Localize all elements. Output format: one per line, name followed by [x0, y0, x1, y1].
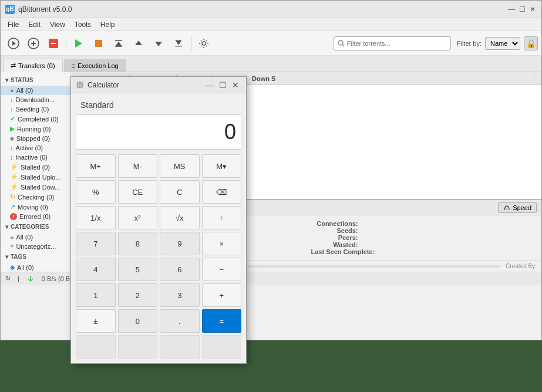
minimize-button[interactable]: —: [507, 5, 516, 13]
calc-btn-percent[interactable]: %: [76, 180, 116, 204]
calc-btn-ms[interactable]: MS: [160, 154, 200, 178]
seeding-label: Seeding (0): [16, 106, 49, 113]
menu-file[interactable]: File: [3, 19, 23, 30]
active-icon: ↕: [10, 144, 14, 151]
menu-edit[interactable]: Edit: [23, 19, 45, 30]
sidebar-item-checking[interactable]: ↻ Checking (0): [1, 192, 70, 202]
sidebar-item-uncategorized[interactable]: ≡ Uncategoriz...: [1, 242, 70, 251]
sidebar-item-stopped[interactable]: ■ Stopped (0): [1, 134, 70, 143]
calc-btn-8[interactable]: 8: [118, 232, 158, 255]
status-section-label: STATUS: [11, 77, 33, 83]
tab-execution-log[interactable]: ≡ Execution Log: [64, 59, 126, 72]
col-down[interactable]: Down S: [247, 74, 534, 83]
calc-btn-1[interactable]: 1: [76, 283, 116, 307]
calc-btn-decimal[interactable]: .: [160, 309, 200, 333]
calc-btn-4[interactable]: 4: [76, 258, 116, 281]
uncategorized-icon: ≡: [10, 243, 14, 250]
settings-button[interactable]: [194, 34, 213, 53]
calc-btn-mminus[interactable]: M-: [118, 154, 158, 178]
start-button[interactable]: [69, 34, 88, 53]
calc-btn-9[interactable]: 9: [160, 232, 200, 255]
delete-button[interactable]: [44, 34, 63, 53]
stalled-upload-icon: ⚡: [10, 173, 18, 181]
add-torrent-button[interactable]: [24, 34, 43, 53]
sidebar-item-tags-all[interactable]: ◆ All (0): [1, 262, 70, 272]
calc-btn-backspace[interactable]: ⌫: [202, 180, 242, 204]
uncategorized-label: Uncategoriz...: [16, 243, 56, 250]
calc-btn-sqrt[interactable]: √x: [160, 206, 200, 229]
sidebar-item-errored[interactable]: ! Errored (0): [1, 212, 70, 221]
info-group-right: Connections: Seeds: Peers: Wasted:: [311, 220, 537, 255]
sidebar-item-downloading[interactable]: ↓ Downloadin...: [1, 95, 70, 104]
app-title: qBittorrent v5.0.0: [18, 5, 507, 13]
tab-transfers[interactable]: ⇄ Transfers (0): [3, 59, 63, 72]
calc-btn-3[interactable]: 3: [160, 283, 200, 307]
calc-btn-5[interactable]: 5: [118, 258, 158, 281]
calc-minimize-button[interactable]: —: [204, 79, 216, 91]
calc-window-controls: — ☐ ✕: [204, 79, 241, 91]
calc-btn-7[interactable]: 7: [76, 232, 116, 255]
sidebar-section-status[interactable]: ▾ STATUS: [1, 75, 70, 86]
title-bar: qB qBittorrent v5.0.0 — ☐ ✕: [1, 1, 541, 18]
calc-btn-ce[interactable]: CE: [118, 180, 158, 204]
svg-rect-4: [95, 40, 102, 47]
sidebar-item-stalled[interactable]: ⚡ Stalled (0): [1, 162, 70, 172]
menu-view[interactable]: View: [45, 19, 70, 30]
sidebar-item-cat-all[interactable]: ≡ All (0): [1, 232, 70, 242]
search-input[interactable]: [347, 40, 435, 47]
move-bottom-button[interactable]: [169, 34, 188, 53]
speed-icon: [503, 204, 510, 211]
wasted-label: Wasted:: [311, 241, 358, 248]
move-down-button[interactable]: [149, 34, 168, 53]
wasted-row: Wasted:: [311, 241, 537, 248]
sidebar-item-active[interactable]: ↕ Active (0): [1, 143, 70, 153]
calc-btn-divide[interactable]: ÷: [202, 206, 242, 229]
calc-btn-multiply[interactable]: ×: [202, 232, 242, 255]
calc-btn-clear[interactable]: C: [160, 180, 200, 204]
stop-button[interactable]: [89, 34, 108, 53]
sidebar-item-completed[interactable]: ✔ Completed (0): [1, 114, 70, 124]
sidebar-section-tags[interactable]: ▾ TAGS: [1, 251, 70, 262]
connections-row: Connections:: [311, 220, 537, 227]
running-icon: ▶: [10, 125, 15, 133]
calc-maximize-button[interactable]: ☐: [217, 79, 228, 91]
calc-btn-6[interactable]: 6: [160, 258, 200, 281]
calc-btn-2[interactable]: 2: [118, 283, 158, 307]
sidebar-item-moving[interactable]: ↗ Moving (0): [1, 202, 70, 212]
sidebar-item-stalled-down[interactable]: ⚡ Stalled Dow...: [1, 182, 70, 192]
tags-all-icon: ◆: [10, 263, 15, 271]
calc-btn-equals[interactable]: =: [202, 309, 242, 333]
close-button[interactable]: ✕: [528, 5, 537, 13]
sidebar-item-all[interactable]: ● All (0): [1, 86, 70, 95]
sidebar-item-seeding[interactable]: ↑ Seeding (0): [1, 104, 70, 114]
stalled-label: Stalled (0): [21, 164, 50, 171]
sidebar-item-inactive[interactable]: ↕ Inactive (0): [1, 153, 70, 162]
filter-select[interactable]: Name: [485, 37, 520, 50]
calc-btn-mrecall[interactable]: M▾: [202, 154, 242, 178]
seeds-row: Seeds:: [311, 227, 537, 234]
sidebar-section-categories[interactable]: ▾ CATEGORIES: [1, 221, 70, 232]
resume-button[interactable]: [4, 34, 23, 53]
calc-close-button[interactable]: ✕: [230, 79, 241, 91]
sidebar-item-running[interactable]: ▶ Running (0): [1, 124, 70, 134]
calc-btn-empty2: [118, 335, 158, 359]
maximize-button[interactable]: ☐: [518, 5, 526, 13]
calc-btn-0[interactable]: 0: [118, 309, 158, 333]
lock-button[interactable]: 🔒: [524, 36, 538, 50]
checking-icon: ↻: [10, 193, 15, 201]
calc-btn-reciprocal[interactable]: 1/x: [76, 206, 116, 229]
sidebar-item-stalled-upload[interactable]: ⚡ Stalled Uplo...: [1, 172, 70, 182]
move-top-button[interactable]: [109, 34, 128, 53]
menu-help[interactable]: Help: [96, 19, 120, 30]
downloading-label: Downloadin...: [16, 96, 55, 103]
status-separator: |: [18, 275, 19, 282]
calc-btn-negate[interactable]: ±: [76, 309, 116, 333]
calc-btn-add[interactable]: +: [202, 283, 242, 307]
menu-tools[interactable]: Tools: [70, 19, 96, 30]
calc-btn-mplus[interactable]: M+: [76, 154, 116, 178]
inactive-icon: ↕: [10, 154, 14, 161]
calc-btn-square[interactable]: x²: [118, 206, 158, 229]
speed-button[interactable]: Speed: [498, 202, 537, 213]
move-up-button[interactable]: [129, 34, 148, 53]
calc-btn-subtract[interactable]: −: [202, 258, 242, 281]
